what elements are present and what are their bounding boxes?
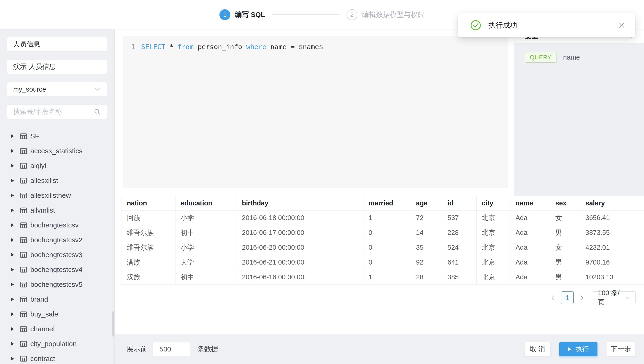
tree-item-bochengtestcsv3[interactable]: bochengtestcsv3 bbox=[7, 247, 107, 262]
dataset-name-input[interactable]: 人员信息 bbox=[7, 37, 107, 52]
step-1-label: 编写 SQL bbox=[235, 10, 265, 20]
table-cell: 女 bbox=[550, 211, 580, 225]
tree-item-city_population[interactable]: city_population bbox=[7, 336, 107, 351]
next-page-icon[interactable] bbox=[579, 295, 585, 301]
table-cell: 北京 bbox=[477, 240, 510, 255]
expand-caret-icon[interactable] bbox=[11, 312, 14, 316]
expand-caret-icon[interactable] bbox=[11, 179, 14, 182]
cancel-button[interactable]: 取 消 bbox=[524, 342, 550, 356]
table-cell: 1 bbox=[364, 270, 411, 285]
expand-caret-icon[interactable] bbox=[11, 268, 14, 271]
row-limit-group: 展示前 500 条数据 bbox=[126, 342, 218, 356]
expand-caret-icon[interactable] bbox=[11, 194, 14, 197]
table-cell: 0 bbox=[364, 255, 411, 270]
toast-close-icon[interactable] bbox=[618, 22, 625, 29]
pagination: 1 100 条/页 bbox=[550, 291, 636, 304]
page-size-select[interactable]: 100 条/页 bbox=[592, 291, 636, 304]
tree-item-bochengtestcsv5[interactable]: bochengtestcsv5 bbox=[7, 277, 107, 292]
tree-item-allvmlist[interactable]: allvmlist bbox=[7, 203, 107, 218]
expand-caret-icon[interactable] bbox=[11, 327, 14, 331]
table-icon bbox=[20, 133, 27, 139]
expand-caret-icon[interactable] bbox=[11, 298, 14, 301]
table-cell: 4232.01 bbox=[580, 240, 644, 255]
sql-text: * bbox=[165, 43, 177, 51]
expand-caret-icon[interactable] bbox=[11, 224, 14, 227]
table-search-input[interactable]: 搜索表/字段名称 bbox=[7, 105, 107, 119]
table-cell: Ada bbox=[510, 240, 550, 255]
tree-item-buy_sale[interactable]: buy_sale bbox=[7, 307, 107, 322]
table-name: bochengtestcsv4 bbox=[30, 266, 82, 274]
table-cell: Ada bbox=[510, 255, 550, 270]
table-icon bbox=[20, 222, 27, 228]
expand-caret-icon[interactable] bbox=[11, 357, 14, 360]
table-cell: 1 bbox=[364, 211, 411, 225]
table-cell: 28 bbox=[411, 270, 442, 285]
result-table-header-row: nationeducationbirthdaymarriedageidcityn… bbox=[122, 196, 644, 211]
main-area: 1 SELECT * from person_info where name =… bbox=[115, 30, 644, 364]
tree-item-aiqiyi[interactable]: aiqiyi bbox=[7, 158, 107, 173]
variable-row[interactable]: QUERYname bbox=[525, 52, 644, 63]
sql-keyword: where bbox=[246, 43, 266, 51]
table-icon bbox=[20, 193, 27, 199]
table-cell: 3656.41 bbox=[580, 211, 644, 225]
variables-list: QUERYname bbox=[514, 43, 644, 63]
sql-text: person_info bbox=[194, 43, 246, 51]
table-cell: 初中 bbox=[176, 225, 237, 240]
datasource-selected-value: my_source bbox=[13, 86, 94, 93]
tree-item-contract[interactable]: contract bbox=[7, 351, 107, 364]
table-row: 汉族初中2016-06-16 00:00:00128385北京Ada男10203… bbox=[122, 270, 644, 285]
row-limit-input[interactable]: 500 bbox=[152, 342, 191, 356]
next-step-button[interactable]: 下一步 bbox=[606, 342, 635, 356]
column-header-city: city bbox=[477, 196, 510, 211]
column-header-married: married bbox=[364, 196, 411, 211]
tree-item-channel[interactable]: channel bbox=[7, 322, 107, 336]
table-name: aiqiyi bbox=[30, 162, 46, 170]
tree-item-bochengtestcsv4[interactable]: bochengtestcsv4 bbox=[7, 262, 107, 277]
expand-caret-icon[interactable] bbox=[11, 238, 14, 242]
table-cell: 维吾尔族 bbox=[122, 240, 176, 255]
sql-editor[interactable]: 1 SELECT * from person_info where name =… bbox=[123, 36, 508, 188]
tree-item-SF[interactable]: SF bbox=[7, 129, 107, 143]
tree-item-allesxilistnew[interactable]: allesxilistnew bbox=[7, 188, 107, 203]
table-icon bbox=[20, 311, 27, 317]
table-cell: 大学 bbox=[176, 255, 237, 270]
table-row: 回族小学2016-06-18 00:00:00172537北京Ada女3656.… bbox=[122, 211, 644, 225]
datasource-select[interactable]: my_source bbox=[7, 82, 107, 96]
column-header-salary: salary bbox=[580, 196, 644, 211]
tree-item-brand[interactable]: brand bbox=[7, 292, 107, 307]
step-1-number-badge: 1 bbox=[220, 9, 230, 20]
column-header-id: id bbox=[442, 196, 477, 211]
tree-item-bochengtestcsv2[interactable]: bochengtestcsv2 bbox=[7, 233, 107, 247]
expand-caret-icon[interactable] bbox=[11, 342, 14, 345]
sidebar-scrollbar-thumb[interactable] bbox=[112, 311, 114, 337]
table-cell: Ada bbox=[510, 211, 550, 225]
current-page-button[interactable]: 1 bbox=[561, 291, 574, 304]
result-table: nationeducationbirthdaymarriedageidcityn… bbox=[122, 196, 644, 285]
expand-caret-icon[interactable] bbox=[11, 209, 14, 212]
execute-button[interactable]: 执行 bbox=[559, 342, 598, 356]
prev-page-icon[interactable] bbox=[550, 295, 556, 301]
step-2-edit-model: 2 编辑数据模型与权限 bbox=[346, 9, 424, 20]
table-cell: 14 bbox=[411, 225, 442, 240]
table-cell: 641 bbox=[442, 255, 477, 270]
execute-button-label: 执行 bbox=[576, 344, 589, 354]
expand-caret-icon[interactable] bbox=[11, 253, 14, 256]
dataset-display-name-value: 演示-人员信息 bbox=[13, 62, 101, 71]
tree-item-bochengtestcsv[interactable]: bochengtestcsv bbox=[7, 218, 107, 233]
table-cell: 524 bbox=[442, 240, 477, 255]
table-cell: 0 bbox=[364, 225, 411, 240]
dataset-display-name-input[interactable]: 演示-人员信息 bbox=[7, 60, 107, 74]
tree-item-allesxilist[interactable]: allesxilist bbox=[7, 173, 107, 188]
expand-caret-icon[interactable] bbox=[11, 134, 14, 138]
table-cell: 92 bbox=[411, 255, 442, 270]
table-cell: 女 bbox=[550, 240, 580, 255]
table-cell: 72 bbox=[411, 211, 442, 225]
expand-caret-icon[interactable] bbox=[11, 149, 14, 152]
table-cell: 男 bbox=[550, 225, 580, 240]
expand-caret-icon[interactable] bbox=[11, 283, 14, 286]
table-name: channel bbox=[30, 325, 55, 333]
result-table-wrap: nationeducationbirthdaymarriedageidcityn… bbox=[122, 196, 644, 285]
expand-caret-icon[interactable] bbox=[11, 164, 14, 167]
tree-item-access_statistics[interactable]: access_statistics bbox=[7, 143, 107, 158]
table-name: brand bbox=[30, 295, 48, 303]
